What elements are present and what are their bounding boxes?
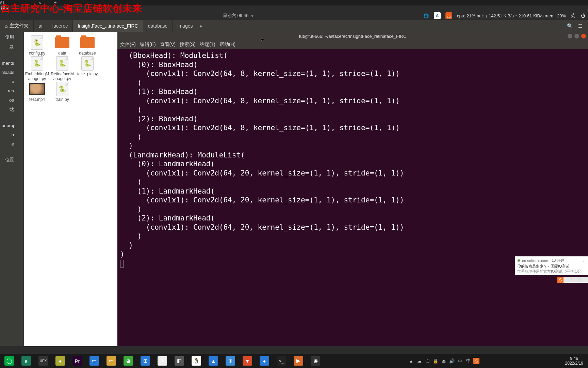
search-icon[interactable]: 🔍 [567, 23, 573, 29]
taskbar-app-explorer[interactable]: ▭ [104, 355, 118, 367]
taskbar-app-edge[interactable]: e [19, 355, 33, 367]
breadcrumb-item[interactable]: InsightFace_...inaface_FIRC [72, 20, 143, 32]
input-method-indicator[interactable]: A [434, 12, 441, 19]
grid-icon: ⊞ [141, 356, 150, 366]
sidebar-item[interactable]: c [0, 77, 15, 86]
sidebar-item[interactable]: e [0, 139, 15, 149]
breadcrumb-item[interactable]: facerec [47, 20, 72, 32]
minimize-button[interactable] [568, 34, 572, 39]
view-options-icon[interactable]: ☰ [578, 23, 583, 29]
file-item[interactable]: 🐍EmbeddingManager.py [25, 56, 49, 81]
feishu-icon: ▲ [209, 356, 218, 366]
start-icon: ◯ [4, 356, 14, 366]
taskbar-clock[interactable]: 9:46 2022/2/19 [562, 356, 586, 366]
tray-icon[interactable]: 中 [465, 358, 471, 364]
notification-close-icon[interactable]: ⋮ [582, 258, 586, 263]
close-button[interactable] [581, 34, 586, 39]
obs-icon: ◉ [311, 356, 320, 366]
file-grid[interactable]: 🐍config.pydatadatabase🐍EmbeddingManager.… [15, 32, 117, 105]
status-area: 🌐 A 🦊 cpu: 21% net: ↓ 142.51 KiB/s ↑ 210… [423, 12, 586, 19]
taskbar-app-app15[interactable]: ▼ [240, 355, 255, 367]
taskbar-app-notepad[interactable]: ✎ [155, 355, 169, 367]
clock-display[interactable]: 星期六 09:46 ● [223, 13, 254, 19]
file-label: database [79, 51, 96, 56]
file-item[interactable]: database [75, 35, 100, 56]
tray-icon[interactable]: ☁ [416, 358, 422, 364]
notification-site: en.softonic.com [522, 259, 548, 263]
file-manager-pane: 🐍config.pydatadatabase🐍EmbeddingManager.… [15, 32, 117, 346]
taskbar-app-premiere[interactable]: Pr [70, 355, 84, 367]
file-item[interactable]: test.mp4 [25, 82, 49, 102]
sogou-tray-icon[interactable]: S [473, 358, 479, 364]
tray-icon[interactable]: 🔊 [449, 358, 455, 364]
menu-item[interactable]: 查看(V) [160, 42, 176, 48]
menu-item[interactable]: 文件(F) [120, 42, 136, 48]
taskbar-app-upx[interactable]: UPX [36, 355, 50, 367]
sidebar-item[interactable]: 位置 [0, 155, 15, 165]
tray-icon[interactable]: ▲ [408, 358, 414, 364]
home-label: 主文件夹 [10, 23, 29, 29]
file-item[interactable]: 🐍RetinafaceManager.py [50, 56, 75, 81]
file-item[interactable]: 🐍train.py [50, 82, 75, 102]
premiere-icon: Pr [72, 356, 82, 366]
system-menu-icon[interactable]: ⏻ [580, 13, 586, 19]
sidebar-item[interactable]: 站 [0, 105, 15, 115]
breadcrumb-item[interactable]: ai [33, 20, 47, 32]
breadcrumb-item[interactable]: database [143, 20, 173, 32]
explorer-icon: ▭ [107, 356, 116, 366]
home-icon: ⌂ [5, 23, 7, 29]
taskbar-app-app14[interactable]: ⊕ [223, 355, 238, 367]
browser-notification[interactable]: ◉ en.softonic.com · 13 分钟 ⋮ 你的智商是多少？ - 国… [515, 256, 588, 275]
taskbar-app-notes[interactable]: ▭ [87, 355, 101, 367]
chevron-right-icon[interactable]: ▸ [197, 23, 205, 29]
menu-item[interactable]: 终端(T) [200, 42, 215, 48]
tray-icon[interactable]: ⏏ [441, 358, 447, 364]
tray-icon[interactable]: ⚙ [457, 358, 463, 364]
sidebar-item[interactable]: res [0, 86, 15, 95]
terminal-title: fut@fut-666: ~/ai/facerec/InsightFace_re… [299, 34, 407, 39]
file-label: EmbeddingManager.py [25, 72, 49, 81]
taskbar-app-obs[interactable]: ◉ [308, 355, 323, 367]
taskbar-app-wechat[interactable]: ◕ [121, 355, 135, 367]
tray-icon[interactable]: ⬡ [424, 358, 430, 364]
taskbar-app-snip[interactable]: ◧ [172, 355, 186, 367]
notification-title: 你的智商是多少？ - 国际IQ测试 [517, 264, 586, 269]
breadcrumb-item[interactable]: images [172, 20, 197, 32]
taskbar-app-start[interactable]: ◯ [2, 355, 16, 367]
menu-item[interactable]: 帮助(H) [219, 42, 235, 48]
maximize-button[interactable] [574, 34, 579, 39]
taskbar-app-app16[interactable]: ● [257, 355, 272, 367]
sidebar-item[interactable]: 使用 [0, 32, 15, 42]
file-item[interactable]: data [50, 35, 75, 56]
file-item[interactable]: 🐍take_pic.py [75, 56, 100, 81]
sidebar-item[interactable]: nloads [0, 68, 15, 77]
sidebar-item[interactable]: os [0, 95, 15, 105]
taskbar-app-terminal[interactable]: >_ [274, 355, 289, 367]
firefox-indicator-icon[interactable]: 🦊 [445, 12, 452, 19]
taskbar-app-grid[interactable]: ⊞ [138, 355, 152, 367]
datetime-text: 星期六 09:46 [223, 13, 248, 18]
tray-icon[interactable]: 🔒 [432, 358, 439, 364]
language-indicator[interactable]: 英 [571, 13, 575, 19]
sidebar-item[interactable]: ments [0, 59, 15, 68]
ime-indicator[interactable]: S 中 ⌨ [557, 277, 588, 283]
sidebar-item[interactable]: onproj [0, 121, 15, 130]
sidebar-item[interactable]: 录 [0, 42, 15, 52]
menu-item[interactable]: 编辑(E) [140, 42, 156, 48]
menu-item[interactable]: 搜索(S) [180, 42, 196, 48]
path-bar: ⌂ 主文件夹 aifacerecInsightFace_...inaface_F… [0, 20, 588, 32]
taskbar-app-app18[interactable]: ▶ [291, 355, 306, 367]
accessibility-icon[interactable]: 🌐 [423, 13, 429, 19]
notification-header: ◉ en.softonic.com · 13 分钟 ⋮ [517, 258, 586, 263]
home-crumb[interactable]: ⌂ 主文件夹 [0, 23, 33, 29]
taskbar-app-app4[interactable]: ● [53, 355, 67, 367]
terminal-menubar: 文件(F)编辑(E)查看(V)搜索(S)终端(T)帮助(H) [117, 40, 588, 49]
taskbar-app-qq[interactable]: 🐧 [189, 355, 203, 367]
file-item[interactable]: 🐍config.py [25, 35, 49, 56]
terminal-titlebar[interactable]: fut@fut-666: ~/ai/facerec/InsightFace_re… [117, 32, 588, 40]
terminal-content[interactable]: (BboxHead): ModuleList( (0): BboxHead( (… [117, 49, 588, 346]
sidebar-item[interactable]: b [0, 130, 15, 139]
taskbar-app-feishu[interactable]: ▲ [206, 355, 220, 367]
windows-taskbar: ◯eUPX●Pr▭▭◕⊞✎◧🐧▲⊕▼●>_▶◉ ▲☁⬡🔒⏏🔊⚙中S 9:46 2… [0, 354, 588, 368]
system-tray: ▲☁⬡🔒⏏🔊⚙中S [408, 358, 479, 364]
